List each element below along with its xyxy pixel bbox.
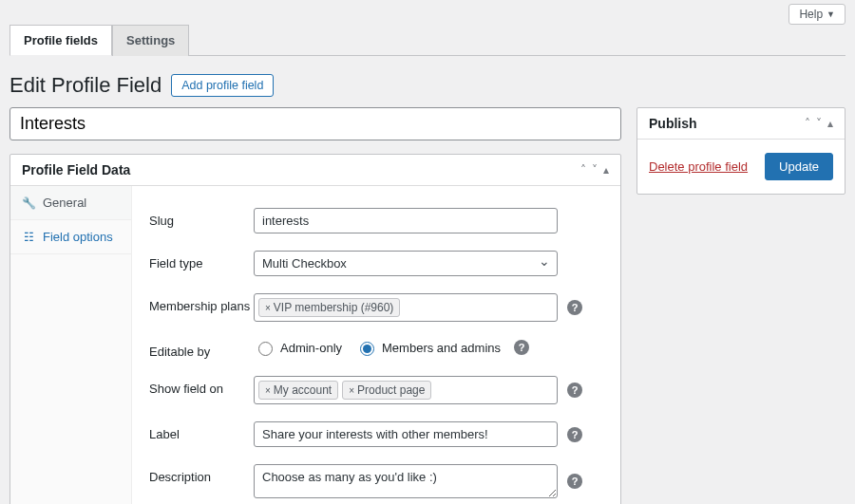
add-profile-field-button[interactable]: Add profile field bbox=[171, 74, 274, 97]
membership-plan-token[interactable]: × VIP membership (#960) bbox=[258, 298, 400, 317]
publish-panel: Publish ˄ ˅ ▴ Delete profile field Updat… bbox=[636, 107, 846, 195]
help-icon[interactable]: ? bbox=[567, 300, 582, 315]
panel-collapse-down-icon[interactable]: ˅ bbox=[816, 117, 822, 130]
form-area: Slug Field type Multi Checkbox bbox=[132, 186, 620, 504]
help-icon[interactable]: ? bbox=[567, 474, 582, 489]
admin-tabs: Profile fields Settings bbox=[10, 2, 846, 56]
help-icon[interactable]: ? bbox=[514, 340, 529, 355]
token-text: Product page bbox=[357, 383, 425, 397]
help-button[interactable]: Help ▼ bbox=[788, 4, 846, 25]
sidenav-label: Field options bbox=[43, 230, 113, 244]
label-label: Label bbox=[149, 421, 254, 441]
token-text: My account bbox=[274, 383, 332, 397]
help-icon[interactable]: ? bbox=[567, 427, 582, 442]
editable-by-group: Admin-only Members and admins ? bbox=[254, 339, 529, 356]
profile-field-data-panel: Profile Field Data ˄ ˅ ▴ 🔧 General bbox=[10, 154, 621, 504]
help-label: Help bbox=[799, 8, 823, 21]
slug-label: Slug bbox=[149, 208, 254, 228]
chevron-down-icon: ▼ bbox=[826, 9, 835, 19]
editable-members-option[interactable]: Members and admins bbox=[355, 339, 501, 356]
show-on-token[interactable]: × Product page bbox=[342, 381, 431, 400]
remove-token-icon[interactable]: × bbox=[349, 385, 354, 396]
wrench-icon: 🔧 bbox=[22, 196, 35, 210]
show-on-label: Show field on bbox=[149, 376, 254, 396]
list-icon: ☷ bbox=[22, 231, 35, 244]
sidenav-general[interactable]: 🔧 General bbox=[10, 186, 131, 220]
radio-label: Admin-only bbox=[280, 341, 342, 355]
tab-label: Profile fields bbox=[24, 33, 98, 47]
tab-label: Settings bbox=[126, 33, 175, 47]
description-input[interactable] bbox=[254, 464, 558, 498]
panel-collapse-down-icon[interactable]: ˅ bbox=[592, 163, 598, 177]
remove-token-icon[interactable]: × bbox=[265, 303, 271, 313]
editable-by-label: Editable by bbox=[149, 339, 254, 359]
tab-settings[interactable]: Settings bbox=[112, 25, 189, 56]
field-title-input[interactable] bbox=[10, 107, 621, 140]
panel-side-nav: 🔧 General ☷ Field options bbox=[10, 186, 132, 504]
editable-members-radio[interactable] bbox=[360, 342, 374, 356]
help-icon[interactable]: ? bbox=[567, 383, 582, 398]
delete-profile-field-link[interactable]: Delete profile field bbox=[649, 159, 748, 174]
tab-profile-fields[interactable]: Profile fields bbox=[10, 25, 112, 56]
show-on-input[interactable]: × My account × Product page bbox=[254, 376, 558, 404]
radio-label: Members and admins bbox=[382, 341, 501, 355]
membership-plans-label: Membership plans bbox=[149, 293, 254, 313]
sidenav-label: General bbox=[43, 196, 86, 210]
sidenav-field-options[interactable]: ☷ Field options bbox=[10, 220, 131, 254]
field-type-label: Field type bbox=[149, 251, 254, 271]
panel-toggle-icon[interactable]: ▴ bbox=[603, 163, 609, 177]
show-on-token[interactable]: × My account bbox=[258, 381, 338, 400]
membership-plans-input[interactable]: × VIP membership (#960) bbox=[254, 293, 558, 322]
panel-collapse-up-icon[interactable]: ˄ bbox=[805, 117, 810, 130]
editable-admin-option[interactable]: Admin-only bbox=[254, 339, 342, 356]
description-label: Description bbox=[149, 464, 254, 484]
panel-title: Profile Field Data bbox=[22, 162, 130, 177]
field-type-select[interactable]: Multi Checkbox bbox=[254, 251, 558, 276]
panel-collapse-up-icon[interactable]: ˄ bbox=[580, 163, 586, 177]
page-title: Edit Profile Field bbox=[10, 73, 162, 98]
remove-token-icon[interactable]: × bbox=[265, 385, 271, 396]
token-text: VIP membership (#960) bbox=[274, 301, 394, 314]
panel-toggle-icon[interactable]: ▴ bbox=[827, 117, 833, 130]
slug-input[interactable] bbox=[254, 208, 558, 233]
update-button[interactable]: Update bbox=[765, 153, 833, 180]
publish-title: Publish bbox=[649, 116, 697, 131]
editable-admin-radio[interactable] bbox=[258, 342, 273, 356]
label-input[interactable] bbox=[254, 421, 558, 447]
